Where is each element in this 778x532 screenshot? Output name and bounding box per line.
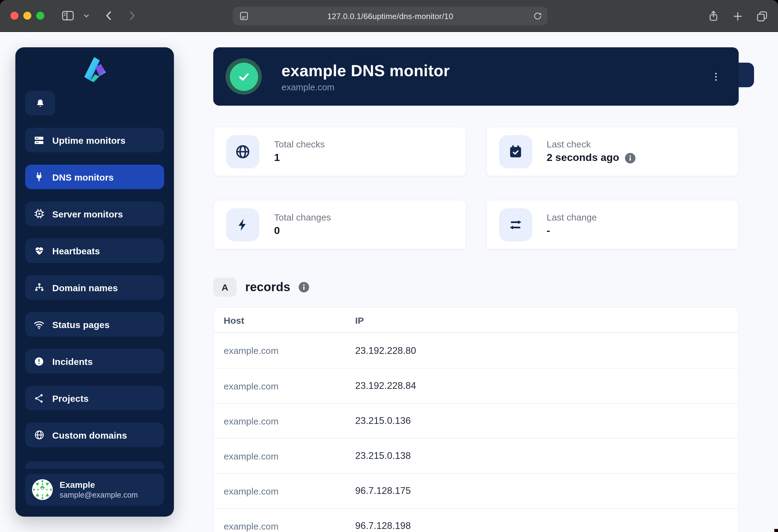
- table-header-row: Host IP: [214, 308, 738, 333]
- user-name: Example: [60, 480, 138, 491]
- main-content: example DNS monitor example.com: [213, 47, 739, 532]
- ip-cell: 23.192.228.84: [355, 380, 728, 391]
- avatar: [32, 479, 53, 500]
- sidebar-item-dns-monitors[interactable]: DNS monitors: [25, 165, 164, 189]
- column-header-ip: IP: [355, 315, 728, 325]
- reload-icon: [532, 10, 543, 21]
- stat-total-checks: Total checks 1: [213, 126, 466, 176]
- monitor-actions-button[interactable]: [708, 68, 724, 85]
- stat-last-check: Last check 2 seconds ago: [486, 126, 739, 176]
- alert-circle-icon: [33, 355, 45, 367]
- sidebar: Dashboard: [15, 47, 174, 517]
- new-tab-button[interactable]: [732, 10, 744, 22]
- check-icon: [236, 69, 252, 84]
- info-icon[interactable]: [625, 153, 635, 163]
- monitor-header-card: example DNS monitor example.com: [213, 47, 739, 106]
- table-row: example.com 96.7.128.198: [214, 508, 738, 532]
- info-icon[interactable]: [299, 282, 309, 292]
- records-title: records: [245, 280, 290, 294]
- reload-button[interactable]: [532, 10, 543, 21]
- table-row: example.com 96.7.128.175: [214, 473, 738, 508]
- monitor-title: example DNS monitor: [282, 61, 450, 80]
- sidebar-toggle-button[interactable]: [62, 10, 74, 21]
- forward-arrow-icon: [126, 10, 138, 21]
- forward-button[interactable]: [126, 10, 138, 21]
- table-row: example.com 23.215.0.138: [214, 438, 738, 473]
- sidebar-item-custom-domains[interactable]: Custom domains: [25, 423, 164, 447]
- records-section-header: A records: [213, 278, 739, 297]
- tab-group-chevron-button[interactable]: [83, 12, 90, 19]
- sidebar-item-server-monitors[interactable]: Server monitors: [25, 201, 164, 226]
- sidebar-item-incidents[interactable]: Incidents: [25, 349, 164, 373]
- table-row: example.com 23.192.228.84: [214, 368, 738, 403]
- user-menu[interactable]: Example sample@example.com: [25, 474, 164, 506]
- share-nodes-icon: [33, 392, 45, 404]
- ip-cell: 96.7.128.198: [355, 520, 728, 531]
- sidebar-item-uptime-monitors[interactable]: Uptime monitors: [25, 128, 164, 152]
- bell-icon: [35, 98, 46, 108]
- stat-value: 1: [274, 152, 325, 164]
- host-cell: example.com: [224, 451, 355, 461]
- stat-label: Total checks: [274, 139, 325, 149]
- app-page: Dashboard: [0, 32, 778, 532]
- stats-grid: Total checks 1 Last check: [213, 126, 739, 249]
- stat-label: Last check: [547, 139, 635, 149]
- sidebar-item-status-pages[interactable]: Status pages: [25, 312, 164, 337]
- tab-overview-button[interactable]: [756, 10, 768, 22]
- monitor-hostname: example.com: [282, 82, 450, 92]
- app-logo[interactable]: [25, 55, 164, 84]
- page-icon: [238, 10, 249, 21]
- sidebar-item-label: DNS monitors: [52, 172, 114, 182]
- zoom-window-button[interactable]: [36, 12, 44, 20]
- notifications-button[interactable]: [25, 91, 55, 115]
- status-up-badge: [226, 58, 262, 95]
- minimize-window-button[interactable]: [23, 12, 31, 20]
- window-controls: [10, 12, 44, 20]
- chevron-down-icon: [83, 12, 90, 19]
- browser-window: 127.0.0.1/66uptime/dns-monitor/10: [0, 0, 778, 532]
- screen-artifact: [774, 529, 778, 532]
- sidebar-item-label: Heartbeats: [52, 245, 100, 256]
- sidebar-toggle-icon: [62, 10, 74, 21]
- stat-label: Total changes: [274, 212, 331, 223]
- ip-cell: 23.215.0.138: [355, 450, 728, 461]
- host-cell: example.com: [224, 521, 355, 531]
- sidebar-item-heartbeats[interactable]: Heartbeats: [25, 238, 164, 263]
- sidebar-item-partial[interactable]: [25, 461, 164, 469]
- ip-cell: 23.215.0.136: [355, 415, 728, 426]
- sidebar-item-domain-names[interactable]: Domain names: [25, 275, 164, 300]
- url-text: 127.0.0.1/66uptime/dns-monitor/10: [327, 11, 453, 21]
- stat-label: Last change: [547, 212, 597, 223]
- plug-icon: [33, 171, 45, 183]
- chip-icon: [33, 208, 45, 219]
- ip-cell: 23.192.228.80: [355, 345, 728, 356]
- tabs-icon: [756, 10, 768, 22]
- close-window-button[interactable]: [10, 12, 18, 20]
- back-arrow-icon: [103, 10, 115, 21]
- user-email: sample@example.com: [60, 491, 138, 500]
- address-bar[interactable]: 127.0.0.1/66uptime/dns-monitor/10: [233, 7, 548, 25]
- table-row: example.com 23.192.228.80: [214, 333, 738, 368]
- host-cell: example.com: [224, 485, 355, 496]
- sidebar-item-label: Domain names: [52, 282, 118, 293]
- browser-toolbar: 127.0.0.1/66uptime/dns-monitor/10: [0, 0, 778, 32]
- sidebar-item-label: Incidents: [52, 356, 93, 366]
- transfer-arrows-icon: [499, 208, 532, 241]
- column-header-host: Host: [224, 315, 355, 325]
- plus-icon: [732, 10, 744, 22]
- globe-icon: [226, 135, 259, 168]
- sidebar-item-projects[interactable]: Projects: [25, 386, 164, 410]
- share-button[interactable]: [707, 10, 720, 22]
- share-icon: [707, 10, 720, 22]
- host-cell: example.com: [224, 380, 355, 391]
- bolt-icon: [226, 208, 259, 241]
- globe-icon: [33, 429, 45, 441]
- sidebar-item-label: Status pages: [52, 319, 110, 330]
- stat-total-changes: Total changes 0: [213, 200, 466, 249]
- back-button[interactable]: [103, 10, 115, 21]
- sitemap-icon: [33, 282, 45, 293]
- records-table: Host IP example.com 23.192.228.80 exampl…: [213, 307, 739, 532]
- calendar-check-icon: [499, 135, 532, 168]
- wifi-icon: [33, 319, 45, 330]
- host-cell: example.com: [224, 416, 355, 426]
